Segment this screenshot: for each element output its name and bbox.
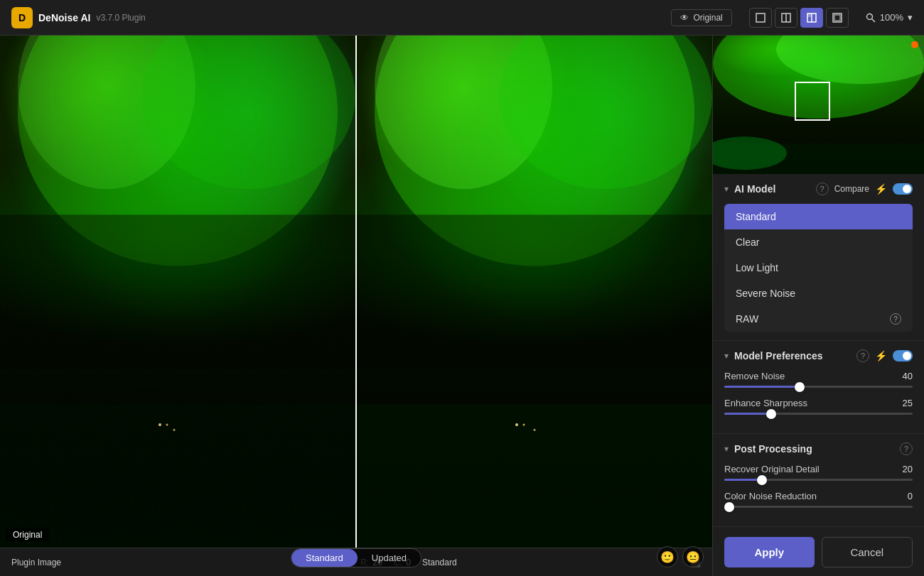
image-container: Original [0,36,712,548]
remove-noise-fill [724,386,800,388]
remove-noise-slider-row: Remove Noise 40 [724,371,913,388]
svg-rect-7 [834,15,840,21]
enhance-sharpness-thumb[interactable] [766,409,776,419]
post-processing-section: ▾ Post Processing ? Recover Original Det… [713,434,924,527]
post-proc-chevron-icon: ▾ [724,444,729,454]
recover-detail-track[interactable] [724,479,913,481]
svg-point-26 [523,423,525,425]
view-compare-button[interactable] [800,8,823,28]
view-mode-buttons [749,8,849,28]
svg-point-25 [515,423,518,426]
logo-icon: D [11,7,33,28]
compare-label: Compare [834,184,869,194]
ai-model-title: AI Model [734,183,810,195]
svg-point-8 [866,13,872,19]
thumbnail-selector[interactable] [795,82,830,121]
post-proc-help-icon[interactable]: ? [900,442,913,455]
remove-noise-track[interactable] [724,386,913,388]
svg-line-9 [871,18,875,22]
ai-model-header[interactable]: ▾ AI Model ? Compare ⚡ [724,183,913,195]
canvas-area: Original [0,36,712,576]
view-split-button[interactable] [775,8,797,28]
model-pref-toggle[interactable] [893,350,913,362]
app-name: DeNoise AI [38,12,90,23]
main-content: Original [0,36,924,576]
svg-rect-24 [357,404,712,548]
recover-detail-thumb[interactable] [757,475,767,485]
eye-icon: 👁 [680,13,689,23]
compare-standard-button[interactable]: Standard [291,549,358,567]
app-logo: D DeNoise AI v3.7.0 Plugin [11,7,146,28]
svg-rect-22 [357,214,712,368]
model-item-low-light[interactable]: Low Light [724,255,913,281]
compare-updated-button[interactable]: Updated [358,549,421,567]
status-model-name: Standard [422,558,457,567]
original-button[interactable]: 👁 Original [671,9,731,26]
model-item-clear[interactable]: Clear [724,229,913,255]
enhance-sharpness-label: Enhance Sharpness [724,398,807,408]
app-header: D DeNoise AI v3.7.0 Plugin 👁 Original [0,0,924,36]
enhance-sharpness-track[interactable] [724,413,913,415]
original-label: Original [6,528,49,542]
color-noise-track[interactable] [724,506,913,508]
model-preferences-title: Model Preferences [734,350,851,362]
model-item-raw[interactable]: RAW ? [724,306,913,332]
svg-point-27 [534,429,536,431]
zoom-chevron-icon: ▾ [908,12,913,23]
compare-toggle-switch[interactable] [893,183,913,195]
lightning-icon[interactable]: ⚡ [875,183,887,195]
svg-rect-5 [807,13,811,17]
color-noise-thumb[interactable] [724,502,734,512]
color-noise-value: 0 [891,491,913,501]
model-pref-help-icon[interactable]: ? [856,349,869,362]
model-pref-actions: ⚡ [875,350,913,362]
recover-detail-value: 20 [891,464,913,474]
zoom-control[interactable]: 100% ▾ [866,12,913,23]
processed-image-panel [357,36,712,548]
remove-noise-value: 40 [891,371,913,381]
remove-noise-thumb[interactable] [795,382,805,392]
enhance-sharpness-fill [724,413,771,415]
feedback-happy-button[interactable]: 🙂 [657,546,678,567]
header-controls: 👁 Original 100% ▾ [671,8,913,28]
apply-button[interactable]: Apply [724,537,815,567]
ai-model-actions: Compare ⚡ [834,183,913,195]
view-overlay-button[interactable] [826,8,849,28]
model-list: Standard Clear Low Light Severe Noise RA… [724,204,913,332]
right-panel: ▾ AI Model ? Compare ⚡ Standard Clear Lo… [712,36,924,576]
recover-detail-slider-row: Recover Original Detail 20 [724,464,913,481]
ai-model-chevron-icon: ▾ [724,184,729,194]
model-pref-chevron-icon: ▾ [724,351,729,361]
model-preferences-header[interactable]: ▾ Model Preferences ? ⚡ [724,349,913,362]
color-noise-slider-row: Color Noise Reduction 0 [724,491,913,508]
app-version: v3.7.0 Plugin [96,13,145,23]
post-processing-title: Post Processing [734,443,894,455]
view-single-button[interactable] [749,8,772,28]
model-preferences-section: ▾ Model Preferences ? ⚡ Remove Noise 40 [713,341,924,434]
remove-noise-label: Remove Noise [724,371,785,381]
ai-model-help-icon[interactable]: ? [816,183,829,195]
enhance-sharpness-slider-row: Enhance Sharpness 25 [724,398,913,415]
plugin-image-label: Plugin Image [11,558,61,567]
original-image-panel: Original [0,36,357,548]
enhance-sharpness-value: 25 [891,398,913,408]
color-noise-label: Color Noise Reduction [724,491,817,501]
post-processing-header[interactable]: ▾ Post Processing ? [724,442,913,455]
raw-help-icon[interactable]: ? [890,313,901,325]
svg-rect-0 [756,13,765,22]
panel-footer: Apply Cancel [713,528,924,576]
notification-dot [911,41,918,48]
feedback-buttons: 🙂 😐 [657,546,704,567]
feedback-neutral-button[interactable]: 😐 [682,546,704,567]
processed-aurora-image [357,36,712,548]
zoom-level: 100% [880,12,903,23]
model-item-severe-noise[interactable]: Severe Noise [724,281,913,306]
thumbnail-area[interactable] [713,36,924,174]
cancel-button[interactable]: Cancel [822,537,913,567]
compare-toggle: Standard Updated [291,548,421,567]
model-item-standard[interactable]: Standard [724,204,913,229]
original-aurora-image [0,36,355,548]
model-pref-lightning-icon[interactable]: ⚡ [875,350,887,362]
ai-model-section: ▾ AI Model ? Compare ⚡ Standard Clear Lo… [713,174,924,341]
recover-detail-label: Recover Original Detail [724,464,820,474]
